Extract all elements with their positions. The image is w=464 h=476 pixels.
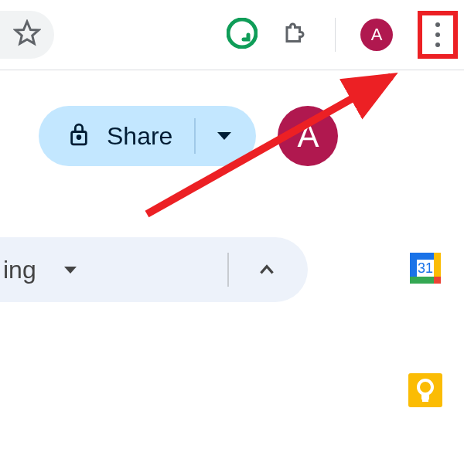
extensions-icon[interactable] bbox=[282, 19, 310, 50]
divider bbox=[227, 253, 229, 287]
svg-marker-0 bbox=[15, 22, 39, 44]
collapse-toolbar-button[interactable] bbox=[257, 260, 277, 280]
svg-rect-16 bbox=[422, 400, 428, 402]
grammarly-icon[interactable] bbox=[227, 18, 258, 52]
svg-rect-11 bbox=[410, 253, 417, 260]
avatar-letter: A bbox=[371, 25, 383, 45]
svg-rect-10 bbox=[434, 277, 441, 284]
google-calendar-icon[interactable]: 31 bbox=[407, 250, 444, 287]
star-icon[interactable] bbox=[13, 19, 41, 50]
lock-icon bbox=[68, 121, 90, 151]
address-bar-end[interactable] bbox=[0, 11, 54, 59]
separator bbox=[335, 18, 336, 52]
chrome-menu-button[interactable] bbox=[418, 11, 458, 59]
share-label: Share bbox=[107, 122, 172, 151]
editing-mode-dropdown[interactable] bbox=[64, 267, 77, 274]
share-button[interactable]: Share bbox=[39, 106, 256, 166]
docs-profile-avatar[interactable]: A bbox=[278, 106, 338, 166]
dropdown-arrow-icon[interactable] bbox=[217, 132, 231, 140]
browser-toolbar: A bbox=[0, 0, 464, 70]
google-keep-icon[interactable] bbox=[407, 372, 444, 409]
share-divider bbox=[194, 118, 196, 154]
editing-mode-toolbar: ing bbox=[0, 237, 308, 302]
svg-text:31: 31 bbox=[418, 260, 433, 276]
svg-point-1 bbox=[228, 19, 256, 47]
svg-rect-15 bbox=[421, 393, 429, 400]
browser-profile-avatar[interactable]: A bbox=[360, 19, 393, 51]
editing-mode-label: ing bbox=[0, 256, 36, 284]
annotation-highlight-box bbox=[418, 11, 458, 59]
docs-content-area: Share A ing 31 bbox=[0, 70, 464, 476]
avatar-letter: A bbox=[297, 117, 319, 155]
svg-rect-13 bbox=[408, 373, 442, 407]
